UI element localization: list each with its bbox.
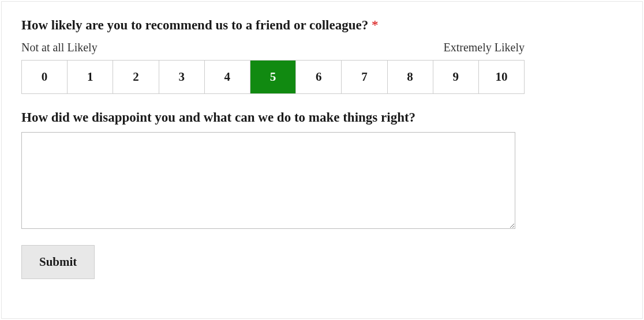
submit-button[interactable]: Submit [21, 245, 95, 279]
scale-option-3[interactable]: 3 [159, 61, 205, 93]
scale-option-0[interactable]: 0 [22, 61, 68, 93]
scale-option-10[interactable]: 10 [479, 61, 524, 93]
scale-option-2[interactable]: 2 [113, 61, 159, 93]
followup-question-label: How did we disappoint you and what can w… [21, 110, 623, 125]
scale-option-7[interactable]: 7 [342, 61, 387, 93]
feedback-textarea[interactable] [21, 132, 515, 229]
scale-option-4[interactable]: 4 [205, 61, 250, 93]
scale-low-label: Not at all Likely [21, 41, 98, 54]
nps-scale: 0 1 2 3 4 5 6 7 8 9 10 [21, 60, 525, 94]
scale-option-6[interactable]: 6 [296, 61, 342, 93]
nps-question-text: How likely are you to recommend us to a … [21, 18, 368, 32]
scale-option-1[interactable]: 1 [68, 61, 113, 93]
survey-form: How likely are you to recommend us to a … [1, 1, 643, 319]
scale-option-8[interactable]: 8 [388, 61, 433, 93]
required-asterisk: * [372, 18, 379, 32]
nps-question-label: How likely are you to recommend us to a … [21, 18, 623, 33]
scale-option-9[interactable]: 9 [433, 61, 479, 93]
scale-endpoint-labels: Not at all Likely Extremely Likely [21, 41, 525, 54]
scale-high-label: Extremely Likely [443, 41, 525, 54]
scale-option-5[interactable]: 5 [250, 61, 296, 93]
